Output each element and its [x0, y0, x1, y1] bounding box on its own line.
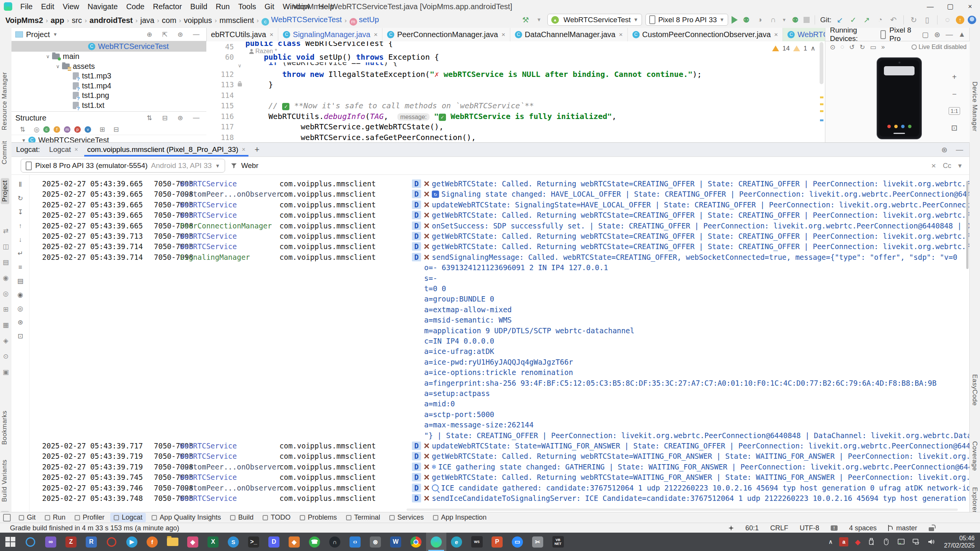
write-access-icon[interactable]	[929, 527, 934, 531]
speaker-tray-icon[interactable]	[927, 538, 935, 546]
taskbar-icon-discord[interactable]: D	[264, 533, 284, 551]
breadcrumb-item-voipmms2[interactable]: VoipMms2	[5, 16, 43, 25]
project-panel-title[interactable]: Project	[26, 30, 50, 39]
split-panel-icon[interactable]: ⊡	[16, 332, 25, 341]
stripe-tool-icon-4[interactable]: ◉	[2, 274, 10, 282]
taskbar-icon-firefox[interactable]: f	[142, 533, 162, 551]
status-message[interactable]: Gradle build finished in 4 m 33 s 153 ms…	[0, 524, 179, 532]
hammer-build-icon[interactable]: ⚒︎	[521, 15, 531, 24]
gear-icon[interactable]: ⊛	[934, 30, 940, 39]
stripe-right-device-manager[interactable]: Device Manager	[971, 82, 978, 132]
logcat-tab[interactable]: Logcat×	[44, 143, 82, 156]
profile-debug-icon[interactable]: ⚉	[790, 15, 800, 24]
taskbar-icon-opera[interactable]	[101, 533, 122, 551]
run-with-coverage-icon[interactable]: ◑	[755, 15, 764, 24]
zoom-in-button[interactable]: +	[949, 73, 960, 82]
filter-icon[interactable]: ⊟	[162, 114, 168, 122]
toolrow-button-problems[interactable]: Problems	[296, 513, 340, 522]
stripe-tool-icon-9[interactable]: ⊙	[2, 352, 10, 361]
taskbar-icon-edge[interactable]: e	[446, 533, 467, 551]
close-icon[interactable]: ×	[501, 31, 505, 39]
breadcrumb-item-androidtest[interactable]: androidTest	[90, 16, 133, 25]
breadcrumb-item-java[interactable]: java	[140, 16, 154, 25]
taskbar-icon-photos[interactable]: ◆	[183, 533, 203, 551]
logcat-tab[interactable]: com.voipplus.mmsclient (Pixel_8_Pro_API_…	[83, 143, 250, 156]
toolrow-button-git[interactable]: Git	[15, 513, 39, 522]
menu-item-edit[interactable]: Edit	[37, 2, 58, 11]
close-icon[interactable]: ×	[74, 146, 78, 153]
screen-record-icon[interactable]: ◎	[16, 304, 25, 313]
locate-file-icon[interactable]: ⊕	[147, 31, 152, 39]
visibility-filter-m[interactable]: m	[64, 126, 70, 133]
chevron-down-icon[interactable]: ▼	[534, 17, 544, 23]
toolrow-button-run[interactable]: Run	[41, 513, 69, 522]
menu-item-git[interactable]: Git	[260, 2, 279, 11]
screenshot-icon[interactable]: ▭	[870, 43, 876, 51]
stripe-tool-icon-6[interactable]: ⊞	[2, 305, 10, 314]
logcat-horizontal-scrollbar[interactable]	[407, 509, 958, 511]
power-icon[interactable]: ⊙	[830, 43, 835, 51]
prev-issue-icon[interactable]: ∧	[810, 44, 815, 52]
breadcrumb-item-setup[interactable]: msetUp	[350, 15, 379, 26]
tree-item-assets[interactable]: ∨assets	[11, 62, 206, 72]
logcat-filter-input[interactable]: Webr	[230, 161, 926, 170]
chevron-expanded-icon[interactable]: ∨	[54, 64, 62, 69]
breadcrumb-item-voipplus[interactable]: voipplus	[184, 16, 212, 25]
tray-clock[interactable]: 05:46 27/02/2025	[944, 535, 975, 549]
sort-visibility-icon[interactable]: ◎	[34, 126, 39, 134]
device-emulator-screen[interactable]	[877, 57, 922, 139]
tray-diamond-icon[interactable]: ◆	[855, 538, 861, 546]
window-tray-icon[interactable]	[897, 538, 905, 546]
breadcrumb-item-webrtcservicetest[interactable]: cWebRTCServiceTest	[261, 15, 342, 26]
breadcrumb-item-mmsclient[interactable]: mmsclient	[219, 16, 254, 25]
git-history-icon[interactable]: ◔	[875, 15, 885, 24]
breadcrumb-item-src[interactable]: src	[72, 16, 82, 25]
close-button[interactable]: ×	[960, 0, 980, 13]
tree-item-tst1-txt[interactable]: tst1.txt	[11, 101, 206, 111]
code-line-45[interactable]: 45public class WebRTCServiceTest { Razen…	[206, 41, 825, 52]
code-line-60[interactable]: 60 public void setUp() throws Exception …	[206, 52, 825, 63]
structure-root-node[interactable]: ▼ C WebRTCServiceTest	[11, 135, 206, 142]
taskbar-icon-browser-ring[interactable]	[20, 533, 41, 551]
rotate-right-icon[interactable]: ↻	[860, 43, 865, 51]
log-row[interactable]: 2025-02-27 05:43:39.6657050-7098PeerConn…	[29, 222, 969, 232]
stripe-left-resource-manager[interactable]: Resource Manager	[1, 72, 8, 130]
breadcrumb-item-app[interactable]: app	[51, 16, 64, 25]
taskbar-icon-telegram[interactable]: ▶	[122, 533, 142, 551]
taskbar-icon-visual-studio[interactable]: ∞	[41, 533, 61, 551]
print-icon[interactable]: ▤	[16, 277, 25, 286]
log-row[interactable]: 2025-02-27 05:43:39.6657050-7098WebRTCSe…	[29, 179, 969, 190]
git-update-icon[interactable]: ↙	[835, 15, 845, 24]
hide-panel-icon[interactable]: —	[193, 31, 199, 39]
stripe-tool-icon-1[interactable]: ⇄	[2, 227, 10, 235]
show-inherited-icon[interactable]: ⊟	[113, 126, 119, 134]
sort-icon[interactable]: ⇅	[147, 114, 152, 122]
tab-DataChannelManager-java[interactable]: CDataChannelManager.java×	[510, 28, 628, 41]
log-row[interactable]: 2025-02-27 05:43:39.7467050-7098CustomPe…	[29, 484, 969, 494]
avatar[interactable]	[968, 16, 976, 24]
log-row[interactable]: 2025-02-27 05:43:39.6657050-7098CustomPe…	[29, 190, 969, 200]
stop-button[interactable]	[804, 17, 810, 23]
next-occurrence-icon[interactable]: ↓	[16, 235, 25, 245]
log-row[interactable]: 2025-02-27 05:43:39.7137050-7098WebRTCSe…	[29, 232, 969, 242]
profiler-icon[interactable]: ∩	[768, 15, 778, 24]
menu-item-navigate[interactable]: Navigate	[83, 2, 122, 11]
stripe-left-build-variants[interactable]: Build Variants	[1, 460, 8, 502]
stripe-right-easycode[interactable]: EasyCode	[971, 374, 978, 406]
tray-expand-icon[interactable]: ∧	[828, 538, 833, 545]
log-row[interactable]: 2025-02-27 05:43:39.6657050-7098WebRTCSe…	[29, 211, 969, 221]
git-rollback-icon[interactable]: ↶	[889, 15, 898, 24]
device-manager-icon[interactable]: ▯	[922, 15, 932, 24]
menu-item-refactor[interactable]: Refactor	[149, 2, 186, 11]
gradle-sync-icon[interactable]: ↻	[909, 15, 919, 24]
toolrow-button-todo[interactable]: TODO	[259, 513, 294, 522]
run-config-selector[interactable]: ▴ WebRTCServiceTest ▼	[547, 14, 642, 26]
taskbar-icon-snip[interactable]: ✂	[528, 533, 548, 551]
taskbar-icon-android-studio[interactable]	[426, 533, 446, 551]
collapse-all-icon[interactable]: ⇱	[162, 31, 168, 39]
filter-history-icon[interactable]: ▾	[958, 161, 962, 170]
project-selected-file[interactable]: C WebRTCServiceTest	[11, 41, 206, 52]
stripe-left-bookmarks[interactable]: Bookmarks	[1, 411, 8, 445]
log-row[interactable]: 2025-02-27 05:43:39.7197050-7098WebRTCSe…	[29, 452, 969, 462]
code-line-113[interactable]: 113 }	[206, 80, 825, 90]
